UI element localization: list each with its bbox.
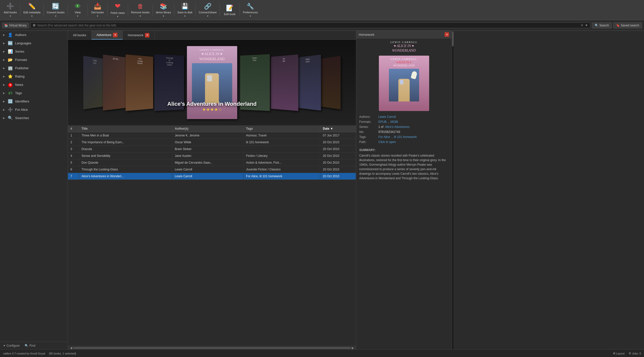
add-books-arrow[interactable]: ▼ [9, 15, 12, 17]
table-row[interactable]: 5 Don Quixote Miguel de Cervantes Saav..… [68, 159, 356, 166]
sidebar-item-languages[interactable]: ▶ 🔤 Languages [0, 39, 68, 47]
formats-arrow-icon: ▶ [3, 58, 5, 61]
col-title[interactable]: Title [79, 125, 172, 132]
rp-cover-author: LEWIS CARROLL [391, 58, 417, 60]
sidebar-item-identifiers[interactable]: ▶ 🔢 Identifiers [0, 97, 68, 105]
sep1 [20, 4, 20, 16]
connect-share-arrow[interactable]: ▼ [207, 15, 209, 17]
rp-series-link[interactable]: Alice's Adventures [385, 125, 410, 129]
rp-authors-row: Authors: Lewis Carroll [359, 115, 449, 119]
save-to-disk-label: Save to disk [177, 11, 192, 14]
table-row[interactable]: 3 Dracula Bram Stoker 20 Oct 2010 [68, 146, 356, 153]
connect-share-button[interactable]: 🔗 Connect/share ▼ [197, 2, 219, 19]
sidebar-item-rating[interactable]: ▶ ⭐ Rating [0, 72, 68, 81]
sidebar: ▶ 👤 Authors ▶ 🔤 Languages ▶ 📊 Series ▶ 📂… [0, 31, 68, 349]
col-tags[interactable]: Tags [244, 125, 320, 132]
main-area: ▶ 👤 Authors ▶ 🔤 Languages ▶ 📊 Series ▶ 📂… [0, 31, 644, 349]
virtual-library-button[interactable]: 📚 Virtual library [2, 23, 29, 28]
search-input[interactable] [37, 24, 579, 27]
jobs-indicator[interactable]: ⚙ Jobs: 0 [629, 352, 641, 355]
demo-library-arrow[interactable]: ▼ [162, 15, 165, 17]
edit-metadata-arrow[interactable]: ▼ [31, 15, 33, 17]
cell-date: 20 Oct 2010 [320, 159, 356, 166]
view-arrow[interactable]: ▼ [76, 15, 79, 17]
book-table: # Title Author(s) Tags Date ▼ 1 Three Me… [68, 125, 356, 180]
right-panel-header: Homework ✕ [356, 31, 452, 39]
horizontal-scrollbar[interactable] [73, 347, 351, 349]
table-row[interactable]: 4 Sense and Sensibility Jane Austen Fict… [68, 153, 356, 159]
rp-tags-value1[interactable]: For Alice [378, 135, 390, 139]
cell-title: Dracula [79, 146, 172, 153]
close-homework-tab-button[interactable]: ✕ [145, 33, 149, 38]
right-panel: Homework ✕ LEWIS CARROLL ♥ ALICE IN ♥ WO… [356, 31, 452, 349]
tab-all-books-label: All books [73, 33, 86, 37]
table-row[interactable]: 6 Through the Looking-Glass Lewis Carrol… [68, 166, 356, 173]
edit-metadata-button[interactable]: ✏️ Edit metadata ▼ [21, 2, 43, 19]
col-authors[interactable]: Author(s) [172, 125, 243, 132]
rp-path-value[interactable]: Click to open [378, 140, 396, 144]
save-to-disk-arrow[interactable]: ▼ [184, 15, 186, 17]
add-books-button[interactable]: ➕ Add books ▼ [2, 2, 19, 19]
convert-books-arrow[interactable]: ▼ [55, 15, 57, 17]
rp-path-label: Path: [359, 140, 377, 144]
fetch-news-button[interactable]: ❤ Fetch news ▼ [109, 2, 127, 19]
rp-tags-value2[interactable]: lit 101 homework [394, 135, 417, 139]
cell-num: 7 [68, 173, 79, 180]
sidebar-item-authors[interactable]: ▶ 👤 Authors [0, 31, 68, 39]
sidebar-item-series[interactable]: ▶ 📊 Series [0, 47, 68, 56]
tab-homework[interactable]: Homework ✕ [123, 31, 155, 40]
cell-date: 20 Oct 2010 [320, 153, 356, 159]
tab-all-books[interactable]: All books [68, 31, 92, 40]
sidebar-item-for-alice[interactable]: ▶ ➕ For Alice [0, 105, 68, 114]
table-row[interactable]: 2 The Importance of Being Earn... Oscar … [68, 139, 356, 146]
scroll-right-arrow[interactable]: ▶ [351, 346, 355, 350]
right-panel-scrollbar[interactable] [452, 31, 454, 349]
layout-button[interactable]: ⊞ Layout [613, 352, 625, 355]
preferences-arrow[interactable]: ▼ [249, 15, 252, 17]
dropdown-arrow-icon[interactable]: ▼ [585, 23, 588, 27]
get-books-arrow[interactable]: ▼ [96, 15, 99, 17]
configure-button[interactable]: ✦ Configure [3, 344, 20, 347]
rp-cover-wrap: LEWIS CARROLL ♥ ALICE IN ♥ WONDERLAND [356, 54, 452, 113]
news-arrow-icon: ▶ [3, 83, 5, 86]
search-button[interactable]: 🔍 Search [592, 22, 612, 28]
remove-books-button[interactable]: 🗑 Remove books ▼ [129, 2, 151, 19]
tab-adventure[interactable]: Adventure ✕ [92, 31, 123, 40]
table-row[interactable]: 7 Alice's Adventures in Wonderl... Lewis… [68, 173, 356, 180]
find-button[interactable]: 🔍 Find [25, 344, 35, 347]
news-icon: N [8, 82, 13, 87]
demo-library-button[interactable]: 📚 demo library ▼ [154, 2, 173, 19]
sidebar-item-news[interactable]: ▶ N News [0, 81, 68, 89]
library-tabs: All books Adventure ✕ Homework ✕ [68, 31, 356, 40]
remove-books-arrow[interactable]: ▼ [139, 15, 141, 17]
sidebar-item-formats[interactable]: ▶ 📂 Formats [0, 56, 68, 64]
cell-num: 4 [68, 153, 79, 159]
saved-search-button[interactable]: 🔖 Saved search [613, 22, 642, 28]
edit-book-button[interactable]: 📝 Edit book [221, 2, 238, 19]
sidebar-rating-label: Rating [15, 75, 25, 78]
sidebar-item-publisher[interactable]: ▶ 🏢 Publisher [0, 64, 68, 72]
scroll-left-arrow[interactable]: ◀ [69, 346, 73, 350]
sep4 [88, 4, 88, 16]
right-panel-scroll-thumb[interactable] [452, 31, 454, 46]
rp-formats-mobi[interactable]: MOBI [390, 120, 398, 124]
close-adventure-tab-button[interactable]: ✕ [113, 33, 117, 37]
table-row[interactable]: 1 Three Men in a Boat Jerome K. Jerome H… [68, 132, 356, 139]
preferences-button[interactable]: 🔧 Preferences ▼ [241, 2, 260, 19]
col-date[interactable]: Date ▼ [320, 125, 356, 132]
sidebar-item-tags[interactable]: ▶ 🏷 Tags [0, 89, 68, 97]
view-button[interactable]: 👁 View ▼ [69, 2, 87, 19]
cell-num: 2 [68, 139, 79, 146]
close-right-panel-button[interactable]: ✕ [445, 32, 449, 37]
save-to-disk-button[interactable]: 💾 Save to disk ▼ [175, 2, 194, 19]
rp-authors-value[interactable]: Lewis Carroll [378, 115, 396, 119]
rp-hearts-line: ♥ ALICE IN ♥ [359, 44, 449, 48]
fetch-news-arrow[interactable]: ▼ [116, 15, 119, 18]
get-books-button[interactable]: 📥 Get books ▼ [89, 2, 106, 19]
convert-books-button[interactable]: 🔄 Convert books ▼ [45, 2, 67, 19]
rp-formats-epub[interactable]: EPUB [378, 120, 387, 124]
clear-search-icon[interactable]: ✕ [581, 23, 583, 27]
sidebar-item-searches[interactable]: ▶ 🔍 Searches [0, 114, 68, 122]
gear-icon[interactable]: ⚙ [33, 23, 36, 27]
col-num[interactable]: # [68, 125, 79, 132]
